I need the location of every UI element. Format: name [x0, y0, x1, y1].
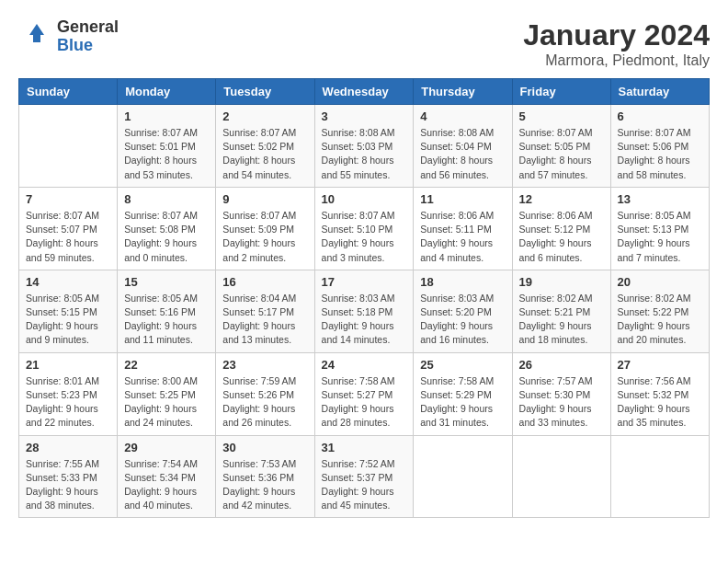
day-info: Sunrise: 8:06 AMSunset: 5:11 PMDaylight:… [420, 209, 505, 265]
calendar-day-cell [610, 435, 709, 518]
calendar-day-cell: 25Sunrise: 7:58 AMSunset: 5:29 PMDayligh… [414, 352, 512, 435]
calendar-day-cell: 10Sunrise: 8:07 AMSunset: 5:10 PMDayligh… [314, 187, 414, 270]
day-info: Sunrise: 8:07 AMSunset: 5:08 PMDaylight:… [124, 209, 209, 265]
calendar-day-cell: 27Sunrise: 7:56 AMSunset: 5:32 PMDayligh… [610, 352, 709, 435]
calendar-day-cell: 20Sunrise: 8:02 AMSunset: 5:22 PMDayligh… [610, 270, 709, 352]
day-number: 8 [124, 192, 209, 206]
day-info: Sunrise: 8:04 AMSunset: 5:17 PMDaylight:… [222, 292, 307, 348]
calendar-day-cell: 3Sunrise: 8:08 AMSunset: 5:03 PMDaylight… [314, 105, 414, 188]
calendar-day-cell: 9Sunrise: 8:07 AMSunset: 5:09 PMDaylight… [216, 187, 314, 270]
day-info: Sunrise: 8:06 AMSunset: 5:12 PMDaylight:… [519, 209, 604, 265]
calendar-day-cell: 23Sunrise: 7:59 AMSunset: 5:26 PMDayligh… [216, 352, 314, 435]
calendar-day-cell: 24Sunrise: 7:58 AMSunset: 5:27 PMDayligh… [314, 352, 414, 435]
day-number: 27 [618, 358, 702, 372]
calendar-day-cell: 8Sunrise: 8:07 AMSunset: 5:08 PMDaylight… [118, 187, 216, 270]
day-info: Sunrise: 8:03 AMSunset: 5:20 PMDaylight:… [420, 292, 505, 348]
day-number: 3 [322, 109, 407, 123]
logo: General Blue [18, 18, 119, 55]
day-number: 16 [222, 275, 307, 289]
day-number: 6 [618, 109, 702, 123]
day-info: Sunrise: 8:01 AMSunset: 5:23 PMDaylight:… [26, 374, 110, 431]
logo-text: General Blue [57, 18, 119, 55]
day-number: 12 [519, 192, 604, 206]
calendar-day-header: Friday [512, 79, 610, 105]
day-number: 9 [222, 192, 307, 206]
day-number: 7 [26, 192, 110, 206]
calendar-day-cell: 15Sunrise: 8:05 AMSunset: 5:16 PMDayligh… [118, 270, 216, 352]
calendar-week-row: 14Sunrise: 8:05 AMSunset: 5:15 PMDayligh… [19, 270, 710, 352]
day-info: Sunrise: 8:07 AMSunset: 5:02 PMDaylight:… [222, 126, 307, 182]
calendar-day-cell: 17Sunrise: 8:03 AMSunset: 5:18 PMDayligh… [314, 270, 414, 352]
calendar-day-cell: 16Sunrise: 8:04 AMSunset: 5:17 PMDayligh… [216, 270, 314, 352]
day-number: 11 [420, 192, 505, 206]
calendar-day-cell: 14Sunrise: 8:05 AMSunset: 5:15 PMDayligh… [19, 270, 118, 352]
logo-general: General [57, 18, 119, 37]
day-number: 21 [26, 358, 110, 372]
day-number: 1 [124, 109, 209, 123]
day-number: 26 [519, 358, 604, 372]
day-info: Sunrise: 8:08 AMSunset: 5:04 PMDaylight:… [420, 126, 505, 182]
day-info: Sunrise: 7:53 AMSunset: 5:36 PMDaylight:… [222, 457, 307, 513]
day-number: 17 [322, 275, 407, 289]
day-info: Sunrise: 8:07 AMSunset: 5:07 PMDaylight:… [26, 209, 110, 265]
day-info: Sunrise: 8:02 AMSunset: 5:22 PMDaylight:… [618, 292, 702, 348]
logo-blue: Blue [57, 37, 119, 55]
day-info: Sunrise: 8:02 AMSunset: 5:21 PMDaylight:… [519, 292, 604, 348]
page-title: January 2024 [523, 18, 710, 52]
calendar-day-cell: 26Sunrise: 7:57 AMSunset: 5:30 PMDayligh… [512, 352, 610, 435]
day-number: 22 [124, 358, 209, 372]
calendar-day-cell: 29Sunrise: 7:54 AMSunset: 5:34 PMDayligh… [118, 435, 216, 518]
day-number: 25 [420, 358, 505, 372]
day-info: Sunrise: 8:05 AMSunset: 5:13 PMDaylight:… [618, 209, 702, 265]
day-number: 13 [618, 192, 702, 206]
logo-bird-icon [18, 20, 51, 53]
calendar-day-cell: 28Sunrise: 7:55 AMSunset: 5:33 PMDayligh… [19, 435, 118, 518]
day-number: 14 [26, 275, 110, 289]
day-info: Sunrise: 8:05 AMSunset: 5:16 PMDaylight:… [124, 292, 209, 348]
day-info: Sunrise: 8:07 AMSunset: 5:05 PMDaylight:… [519, 126, 604, 182]
day-info: Sunrise: 8:07 AMSunset: 5:10 PMDaylight:… [322, 209, 407, 265]
svg-marker-0 [29, 24, 44, 42]
calendar-day-cell: 30Sunrise: 7:53 AMSunset: 5:36 PMDayligh… [216, 435, 314, 518]
calendar-day-cell: 21Sunrise: 8:01 AMSunset: 5:23 PMDayligh… [19, 352, 118, 435]
calendar-day-cell: 2Sunrise: 8:07 AMSunset: 5:02 PMDaylight… [216, 105, 314, 188]
title-area: January 2024 Marmora, Piedmont, Italy [523, 18, 710, 69]
day-number: 19 [519, 275, 604, 289]
calendar-day-cell: 19Sunrise: 8:02 AMSunset: 5:21 PMDayligh… [512, 270, 610, 352]
calendar-header-row: SundayMondayTuesdayWednesdayThursdayFrid… [19, 79, 710, 105]
calendar-day-cell: 11Sunrise: 8:06 AMSunset: 5:11 PMDayligh… [414, 187, 512, 270]
day-info: Sunrise: 8:07 AMSunset: 5:06 PMDaylight:… [618, 126, 702, 182]
calendar-day-cell: 7Sunrise: 8:07 AMSunset: 5:07 PMDaylight… [19, 187, 118, 270]
calendar-day-cell: 31Sunrise: 7:52 AMSunset: 5:37 PMDayligh… [314, 435, 414, 518]
day-info: Sunrise: 8:03 AMSunset: 5:18 PMDaylight:… [322, 292, 407, 348]
calendar-week-row: 1Sunrise: 8:07 AMSunset: 5:01 PMDaylight… [19, 105, 710, 188]
day-number: 31 [322, 441, 407, 454]
day-info: Sunrise: 8:08 AMSunset: 5:03 PMDaylight:… [322, 126, 407, 182]
day-info: Sunrise: 8:07 AMSunset: 5:09 PMDaylight:… [222, 209, 307, 265]
calendar-day-header: Monday [118, 79, 216, 105]
calendar-week-row: 21Sunrise: 8:01 AMSunset: 5:23 PMDayligh… [19, 352, 710, 435]
day-info: Sunrise: 7:57 AMSunset: 5:30 PMDaylight:… [519, 374, 604, 431]
calendar-day-cell [414, 435, 512, 518]
calendar-day-header: Saturday [610, 79, 709, 105]
day-info: Sunrise: 7:54 AMSunset: 5:34 PMDaylight:… [124, 457, 209, 513]
calendar-day-cell [512, 435, 610, 518]
calendar-day-cell: 1Sunrise: 8:07 AMSunset: 5:01 PMDaylight… [118, 105, 216, 188]
day-number: 28 [26, 441, 110, 454]
calendar-day-cell: 4Sunrise: 8:08 AMSunset: 5:04 PMDaylight… [414, 105, 512, 188]
calendar-day-cell: 13Sunrise: 8:05 AMSunset: 5:13 PMDayligh… [610, 187, 709, 270]
day-number: 20 [618, 275, 702, 289]
header: General Blue January 2024 Marmora, Piedm… [18, 18, 710, 69]
day-number: 15 [124, 275, 209, 289]
calendar-day-header: Thursday [414, 79, 512, 105]
day-number: 29 [124, 441, 209, 454]
calendar-day-cell: 5Sunrise: 8:07 AMSunset: 5:05 PMDaylight… [512, 105, 610, 188]
day-number: 30 [222, 441, 307, 454]
calendar-day-header: Wednesday [314, 79, 414, 105]
day-info: Sunrise: 7:55 AMSunset: 5:33 PMDaylight:… [26, 457, 110, 513]
day-info: Sunrise: 7:59 AMSunset: 5:26 PMDaylight:… [222, 374, 307, 431]
calendar-day-header: Tuesday [216, 79, 314, 105]
calendar-day-cell: 12Sunrise: 8:06 AMSunset: 5:12 PMDayligh… [512, 187, 610, 270]
page-subtitle: Marmora, Piedmont, Italy [523, 52, 710, 69]
day-info: Sunrise: 7:56 AMSunset: 5:32 PMDaylight:… [618, 374, 702, 431]
